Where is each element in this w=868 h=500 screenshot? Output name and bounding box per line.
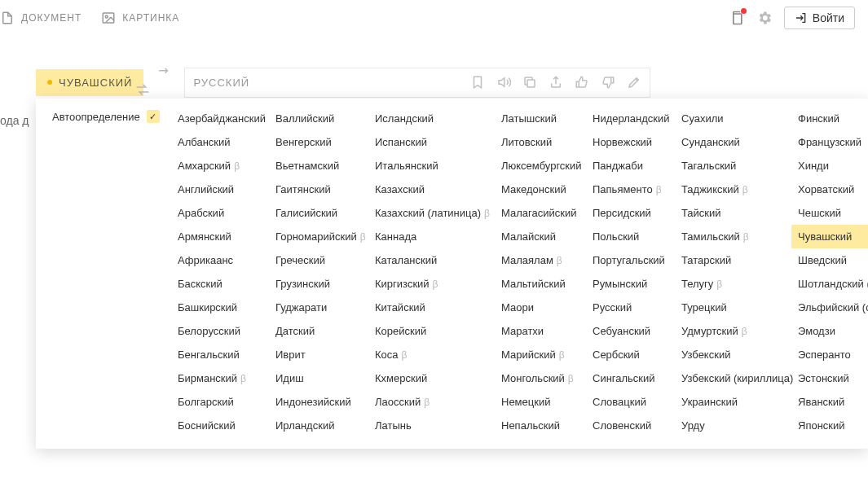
- language-item[interactable]: Английский: [171, 178, 269, 201]
- language-item[interactable]: Гуджарати: [269, 296, 368, 319]
- language-item[interactable]: Эльфийский (синд: [791, 296, 868, 319]
- language-item[interactable]: Датский: [269, 319, 368, 343]
- language-item[interactable]: Горномарийскийβ: [269, 225, 368, 248]
- language-item[interactable]: Лаосскийβ: [368, 390, 495, 414]
- language-item[interactable]: Себуанский: [586, 319, 675, 343]
- collections-button[interactable]: [729, 10, 745, 26]
- language-item[interactable]: Немецкий: [495, 390, 586, 414]
- like-button[interactable]: [575, 75, 589, 90]
- copy-button[interactable]: [522, 75, 537, 90]
- language-item[interactable]: Французский: [791, 130, 868, 154]
- language-item[interactable]: Армянский: [171, 225, 269, 248]
- language-item[interactable]: Арабский: [171, 201, 269, 225]
- language-item[interactable]: Малаяламβ: [495, 248, 586, 272]
- language-item[interactable]: Португальский: [586, 248, 675, 272]
- language-item[interactable]: Удмуртскийβ: [675, 319, 791, 343]
- language-item[interactable]: Урду: [675, 414, 791, 437]
- language-item[interactable]: Русский: [586, 296, 675, 319]
- auto-detect-item[interactable]: Автоопределение ✓: [47, 107, 171, 126]
- language-item[interactable]: Литовский: [495, 130, 586, 154]
- language-item[interactable]: Персидский: [586, 201, 675, 225]
- language-item[interactable]: Бирманскийβ: [171, 366, 269, 390]
- language-item[interactable]: Таджикскийβ: [675, 178, 791, 201]
- language-item[interactable]: Валлийский: [269, 107, 368, 130]
- language-item[interactable]: Тайский: [675, 201, 791, 225]
- language-item[interactable]: Гаитянский: [269, 178, 368, 201]
- language-item[interactable]: Хорватский: [791, 178, 868, 201]
- target-language-selector[interactable]: РУССКИЙ: [193, 77, 470, 89]
- language-item[interactable]: Албанский: [171, 130, 269, 154]
- language-item[interactable]: Словенский: [586, 414, 675, 437]
- language-item[interactable]: Татарский: [675, 248, 791, 272]
- language-item[interactable]: Польский: [586, 225, 675, 248]
- language-item[interactable]: Македонский: [495, 178, 586, 201]
- language-item[interactable]: Эстонский: [791, 366, 868, 390]
- language-item[interactable]: Узбекский (кириллица): [675, 366, 791, 390]
- language-item[interactable]: Ирландский: [269, 414, 368, 437]
- language-item[interactable]: Испанский: [368, 130, 495, 154]
- language-item[interactable]: Сунданский: [675, 130, 791, 154]
- language-item[interactable]: Индонезийский: [269, 390, 368, 414]
- share-button[interactable]: [549, 75, 563, 90]
- bookmark-button[interactable]: [470, 75, 485, 90]
- language-item[interactable]: Японский: [791, 414, 868, 437]
- login-button[interactable]: Войти: [784, 7, 855, 29]
- language-item[interactable]: Шотландский (гэль: [791, 272, 868, 296]
- language-item[interactable]: Болгарский: [171, 390, 269, 414]
- language-item[interactable]: Тагальский: [675, 154, 791, 178]
- language-item[interactable]: Норвежский: [586, 130, 675, 154]
- source-language-selector[interactable]: ЧУВАШСКИЙ: [36, 69, 143, 96]
- language-item[interactable]: Казахский (латиница)β: [368, 201, 495, 225]
- language-item[interactable]: Хинди: [791, 154, 868, 178]
- language-item[interactable]: Нидерландский: [586, 107, 675, 130]
- language-item[interactable]: Люксембургский: [495, 154, 586, 178]
- language-item[interactable]: Итальянский: [368, 154, 495, 178]
- language-item[interactable]: Венгерский: [269, 130, 368, 154]
- language-item[interactable]: Шведский: [791, 248, 868, 272]
- language-item[interactable]: Бенгальский: [171, 343, 269, 366]
- language-item[interactable]: Панджаби: [586, 154, 675, 178]
- language-item[interactable]: Марийскийβ: [495, 343, 586, 366]
- language-item[interactable]: Африкаанс: [171, 248, 269, 272]
- language-item[interactable]: Маратхи: [495, 319, 586, 343]
- dislike-button[interactable]: [601, 75, 615, 90]
- language-item[interactable]: Косаβ: [368, 343, 495, 366]
- language-item[interactable]: Эсперанто: [791, 343, 868, 366]
- language-item[interactable]: Кхмерский: [368, 366, 495, 390]
- language-item[interactable]: Маори: [495, 296, 586, 319]
- language-item[interactable]: Киргизскийβ: [368, 272, 495, 296]
- language-item[interactable]: Башкирский: [171, 296, 269, 319]
- language-item[interactable]: Яванский: [791, 390, 868, 414]
- language-item[interactable]: Румынский: [586, 272, 675, 296]
- language-item[interactable]: Китайский: [368, 296, 495, 319]
- language-item[interactable]: Азербайджанский: [171, 107, 269, 130]
- language-item[interactable]: Корейский: [368, 319, 495, 343]
- language-item[interactable]: Малагасийский: [495, 201, 586, 225]
- language-item[interactable]: Каннада: [368, 225, 495, 248]
- language-item[interactable]: Малайский: [495, 225, 586, 248]
- picture-tab[interactable]: КАРТИНКА: [101, 11, 179, 25]
- language-item[interactable]: Тамильскийβ: [675, 225, 791, 248]
- language-item[interactable]: Папьяментоβ: [586, 178, 675, 201]
- settings-button[interactable]: [756, 10, 773, 26]
- language-item[interactable]: Греческий: [269, 248, 368, 272]
- language-item[interactable]: Латышский: [495, 107, 586, 130]
- language-item[interactable]: Турецкий: [675, 296, 791, 319]
- language-item[interactable]: Белорусский: [171, 319, 269, 343]
- language-item[interactable]: Эмодзи: [791, 319, 868, 343]
- language-item[interactable]: Телугуβ: [675, 272, 791, 296]
- speak-button[interactable]: [496, 75, 511, 90]
- language-item[interactable]: Чешский: [791, 201, 868, 225]
- document-tab[interactable]: ДОКУМЕНТ: [0, 11, 82, 25]
- language-item[interactable]: Украинский: [675, 390, 791, 414]
- language-item[interactable]: Сербский: [586, 343, 675, 366]
- edit-button[interactable]: [627, 75, 641, 90]
- language-item[interactable]: Каталанский: [368, 248, 495, 272]
- language-item[interactable]: Казахский: [368, 178, 495, 201]
- language-item[interactable]: Мальтийский: [495, 272, 586, 296]
- language-item[interactable]: Боснийский: [171, 414, 269, 437]
- language-item[interactable]: Грузинский: [269, 272, 368, 296]
- language-item[interactable]: Латынь: [368, 414, 495, 437]
- language-item[interactable]: Баскский: [171, 272, 269, 296]
- swap-languages-button[interactable]: [143, 65, 184, 99]
